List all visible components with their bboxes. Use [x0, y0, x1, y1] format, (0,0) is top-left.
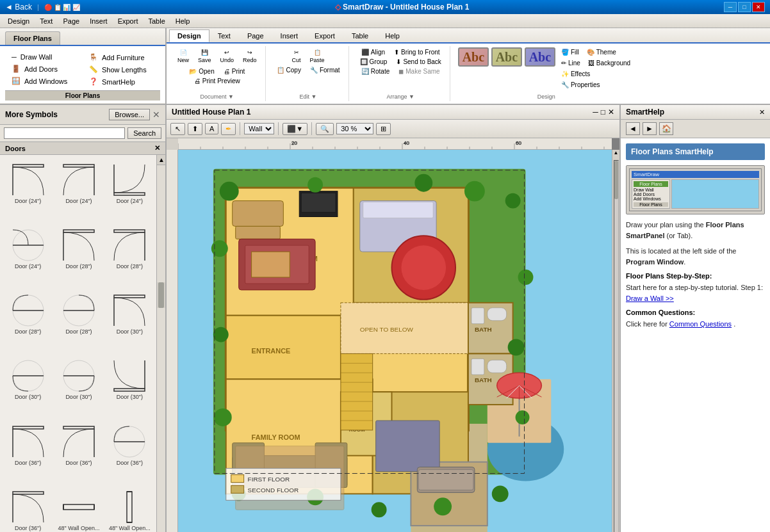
line-btn[interactable]: ✏ Line — [558, 58, 584, 68]
tab-insert[interactable]: Insert — [272, 29, 307, 42]
zoom-select[interactable]: 30 % 50 % 75 % 100 % — [336, 123, 373, 134]
draw-wall-item[interactable]: ─ Draw Wall — [10, 52, 78, 61]
close-canvas-btn[interactable]: ✕ — [608, 108, 614, 117]
close-symbol-panel[interactable]: ✕ — [152, 109, 160, 120]
print-btn[interactable]: 🖨 Print — [220, 67, 249, 76]
theme-btn[interactable]: 🎨 Theme — [584, 47, 619, 57]
door-30-2[interactable]: Door (30") — [4, 355, 52, 417]
minimize-canvas-btn[interactable]: ─ — [593, 108, 598, 117]
print-preview-btn[interactable]: 🖨 Print Preview — [191, 76, 243, 86]
restore-canvas-btn[interactable]: □ — [601, 108, 605, 117]
zoom-out-btn[interactable]: 🔍 — [316, 123, 334, 135]
show-lengths-item[interactable]: 📏 Show Lengths — [88, 65, 155, 74]
door-28-3[interactable]: Door (28") — [4, 289, 52, 352]
door-24-2[interactable]: Door (24") — [54, 159, 102, 222]
effects-btn[interactable]: ✨ Effects — [558, 69, 593, 79]
close-btn[interactable]: ✕ — [752, 2, 765, 12]
copy-btn[interactable]: 📋 Copy — [274, 65, 304, 75]
rotate-btn[interactable]: 🔄 Rotate — [358, 67, 393, 76]
door-24-4[interactable]: Door (24") — [4, 224, 52, 287]
open-btn[interactable]: 📂 Open — [186, 67, 217, 76]
swatch-2[interactable]: Abc — [491, 47, 522, 67]
wall-open-1[interactable]: 48" Wall Open... — [54, 486, 102, 532]
close-category-icon[interactable]: ✕ — [154, 144, 160, 152]
window-controls[interactable]: ─ □ ✕ — [724, 2, 765, 12]
canvas-content[interactable]: LIVING ROOM ENTRANCE FAMILY ROOM MASTER … — [178, 150, 612, 532]
tab-export[interactable]: Export — [306, 29, 343, 42]
shape-tool[interactable]: ⬛▼ — [283, 123, 307, 135]
smarthelp-step-text: Start here for a step-by-step tutorial. … — [626, 282, 765, 303]
tab-help[interactable]: Help — [377, 29, 408, 42]
align-btn[interactable]: ⬛ Align — [358, 47, 388, 57]
door-24-3[interactable]: Door (24") — [106, 159, 154, 222]
group-btn[interactable]: 🔲 Group — [357, 57, 391, 67]
minimize-btn[interactable]: ─ — [724, 2, 737, 12]
redo-btn[interactable]: ↪ Redo — [240, 47, 260, 65]
door-30-4[interactable]: Door (30") — [106, 355, 154, 417]
tab-table[interactable]: Table — [343, 29, 377, 42]
wall-type-select[interactable]: Wall — [244, 123, 274, 134]
menu-text[interactable]: Text — [35, 16, 58, 26]
swatch-1[interactable]: Abc — [458, 47, 489, 67]
common-questions-link[interactable]: Common Questions — [669, 320, 732, 328]
door-36-3[interactable]: Door (36") — [106, 421, 154, 483]
door-28-4[interactable]: Door (28") — [54, 289, 102, 352]
smarthelp-item[interactable]: ❓ SmartHelp — [88, 77, 155, 86]
bring-front-btn[interactable]: ⬆ Bring to Front — [391, 47, 443, 57]
canvas-title: Untitled House Plan 1 — [172, 108, 250, 117]
pointer-tool[interactable]: ⬆ — [188, 123, 202, 135]
menu-page[interactable]: Page — [58, 16, 85, 26]
properties-btn[interactable]: 🔧 Properties — [558, 80, 603, 90]
search-input[interactable] — [4, 127, 125, 139]
send-back-btn[interactable]: ⬇ Send to Back — [393, 57, 444, 67]
tab-text[interactable]: Text — [209, 29, 239, 42]
add-furniture-item[interactable]: 🪑 Add Furniture — [88, 52, 155, 62]
menu-help[interactable]: Help — [170, 16, 195, 26]
door-28-2[interactable]: Door (28") — [106, 224, 154, 287]
menu-insert[interactable]: Insert — [85, 16, 113, 26]
background-btn[interactable]: 🖼 Background — [585, 58, 634, 68]
restore-btn[interactable]: □ — [738, 2, 751, 12]
make-same-btn[interactable]: ◼ Make Same — [395, 67, 443, 76]
pen-tool[interactable]: ✒ — [221, 123, 236, 135]
door-24-1[interactable]: Door (24") — [4, 159, 52, 222]
cut-btn[interactable]: ✂ Cut — [289, 47, 304, 65]
vertical-scrollbar[interactable]: ▲ ▼ — [612, 150, 619, 532]
door-36-4[interactable]: Door (36") — [4, 486, 52, 532]
tab-page[interactable]: Page — [239, 29, 272, 42]
nav-back-btn[interactable]: ◄ Back — [5, 3, 32, 12]
text-tool[interactable]: A — [205, 123, 218, 134]
undo-btn[interactable]: ↩ Undo — [217, 47, 238, 65]
save-btn[interactable]: 💾 Save — [195, 47, 215, 65]
nav-forward-btn[interactable]: ► — [643, 122, 657, 135]
door-28-1[interactable]: Door (28") — [54, 224, 102, 287]
door-30-3[interactable]: Door (30") — [54, 355, 102, 417]
close-smarthelp-btn[interactable]: ✕ — [759, 108, 765, 117]
fill-btn[interactable]: 🪣 Fill — [558, 47, 582, 57]
fit-page-btn[interactable]: ⊞ — [376, 123, 391, 135]
draw-wall-link[interactable]: Draw a Wall >> — [626, 294, 674, 302]
symbol-scrollbar[interactable]: ▲ ▼ — [156, 155, 165, 532]
door-30-1[interactable]: Door (30") — [106, 289, 154, 352]
nav-home-btn[interactable]: 🏠 — [659, 122, 673, 135]
door-36-1[interactable]: Door (36") — [4, 421, 52, 483]
browse-button[interactable]: Browse... — [109, 109, 150, 120]
floor-plans-tab[interactable]: Floor Plans — [5, 31, 60, 45]
swatch-3[interactable]: Abc — [525, 47, 555, 67]
paste-btn[interactable]: 📋 Paste — [307, 47, 328, 65]
ruler-vertical — [167, 150, 178, 532]
new-btn[interactable]: 📄 New — [174, 47, 192, 65]
search-button[interactable]: Search — [127, 127, 161, 139]
add-doors-item[interactable]: 🚪 Add Doors — [10, 64, 78, 74]
canvas-wrapper[interactable]: 20406080 — [167, 138, 619, 532]
door-36-2[interactable]: Door (36") — [54, 421, 102, 483]
wall-open-2[interactable]: 48" Wall Open... — [106, 486, 154, 532]
menu-export[interactable]: Export — [113, 16, 143, 26]
tab-design[interactable]: Design — [169, 29, 209, 42]
add-windows-item[interactable]: 🪟 Add Windows — [10, 76, 78, 86]
format-btn[interactable]: 🔧 Format — [307, 65, 343, 75]
select-tool[interactable]: ↖ — [170, 123, 185, 135]
nav-back-btn[interactable]: ◄ — [626, 122, 640, 135]
menu-design[interactable]: Design — [3, 16, 35, 26]
menu-table[interactable]: Table — [143, 16, 170, 26]
